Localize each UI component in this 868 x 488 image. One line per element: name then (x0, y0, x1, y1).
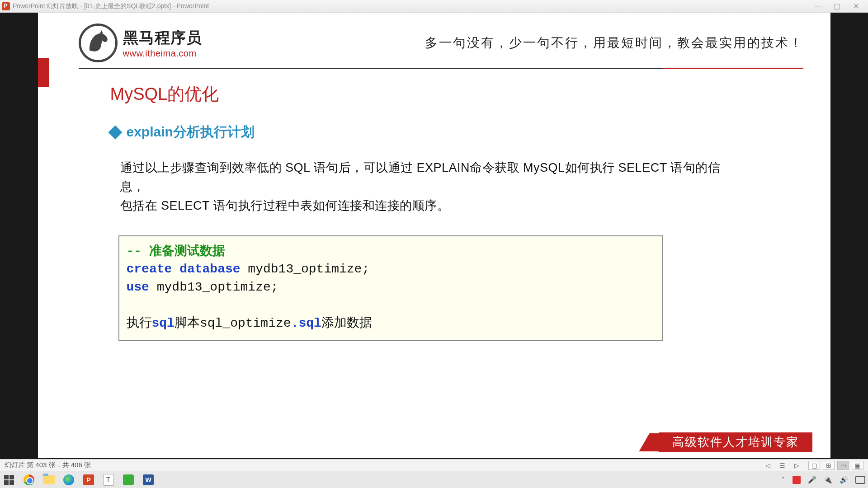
chrome-icon (24, 474, 34, 485)
code-kw-use: use (127, 280, 149, 294)
code-dbname: mydb13_optimize; (241, 262, 370, 276)
taskbar-explorer[interactable] (42, 474, 55, 486)
powerpoint-status-bar: 幻灯片 第 403 张，共 406 张 ◁ ☰ ▷ ▢ ⊞ ▭ ▣ (0, 459, 868, 471)
slide-canvas[interactable]: 黑马程序员 www.itheima.com 多一句没有，少一句不行，用最短时间，… (38, 13, 830, 458)
code-kw-create: create (127, 262, 172, 276)
slide-title: MySQL的优化 (110, 83, 830, 106)
code-exec-suffix: 添加数据 (321, 316, 372, 330)
window-title: PowerPoint 幻灯片放映 - [01-史上最全的SQL教程2.pptx]… (13, 2, 209, 10)
sorter-view-button[interactable]: ⊞ (823, 461, 835, 470)
reading-view-button[interactable]: ▭ (837, 461, 849, 470)
power-icon[interactable] (824, 476, 832, 484)
taskbar-word[interactable]: W (142, 474, 155, 486)
footer-banner: 高级软件人才培训专家 (644, 432, 812, 452)
menu-button[interactable]: ☰ (779, 462, 785, 469)
header-divider (79, 68, 803, 69)
presentation-stage: 黑马程序员 www.itheima.com 多一句没有，少一句不行，用最短时间，… (0, 13, 868, 459)
slide-header: 黑马程序员 www.itheima.com 多一句没有，少一句不行，用最短时间，… (52, 13, 830, 66)
prev-slide-button[interactable]: ◁ (765, 462, 770, 469)
code-comment-dashes: -- (127, 244, 149, 258)
next-slide-button[interactable]: ▷ (794, 462, 799, 469)
taskbar-browser[interactable] (62, 474, 75, 486)
slide-counter: 幻灯片 第 403 张，共 406 张 (5, 461, 91, 469)
taskbar-powerpoint[interactable]: P (82, 474, 95, 486)
logo-text: 黑马程序员 www.itheima.com (123, 28, 202, 59)
logo-icon (79, 23, 118, 62)
tray-chevron-icon[interactable]: ˄ (782, 476, 785, 484)
start-button[interactable] (3, 474, 15, 486)
taskbar-text-editor[interactable] (102, 474, 115, 486)
navicat-icon (123, 474, 134, 485)
code-exec-file-a: sql_optimize (200, 316, 291, 330)
code-block: -- 准备测试数据 create database mydb13_optimiz… (118, 235, 663, 342)
powerpoint-icon: P (83, 474, 94, 485)
code-kw-database: database (179, 262, 240, 276)
horse-icon (85, 29, 112, 56)
text-icon (104, 474, 113, 486)
diamond-bullet-icon (108, 125, 122, 139)
notifications-icon[interactable] (855, 476, 865, 484)
minimize-button[interactable]: — (814, 2, 821, 10)
taskbar-navicat[interactable] (122, 474, 135, 486)
system-tray: ˄ (782, 476, 865, 484)
code-exec-sql1: sql (152, 316, 175, 330)
folder-icon (43, 475, 55, 484)
code-exec-dot: . (291, 316, 299, 330)
maximize-button[interactable]: ▢ (834, 2, 840, 10)
slide-content: 黑马程序员 www.itheima.com 多一句没有，少一句不行，用最短时间，… (52, 13, 830, 458)
taskbar-chrome[interactable] (23, 474, 35, 486)
body-line-1: 通过以上步骤查询到效率低的 SQL 语句后，可以通过 EXPLAIN命令获取 M… (120, 161, 721, 193)
close-button[interactable]: ✕ (853, 2, 859, 10)
logo-title: 黑马程序员 (123, 28, 202, 48)
slideshow-view-button[interactable]: ▣ (852, 461, 863, 470)
slide-subtitle: explain分析执行计划 (127, 123, 255, 141)
code-exec-prefix: 执行 (127, 316, 152, 330)
windows-icon (4, 475, 14, 485)
code-exec-mid1: 脚本 (175, 316, 200, 330)
powerpoint-app-icon (2, 2, 10, 10)
normal-view-button[interactable]: ▢ (808, 461, 820, 470)
code-comment-text: 准备测试数据 (149, 244, 225, 258)
windows-taskbar: P W ˄ (0, 471, 868, 488)
body-line-2: 包括在 SELECT 语句执行过程中表如何连接和连接的顺序。 (120, 199, 450, 212)
accent-bar (38, 58, 49, 87)
logo-url: www.itheima.com (123, 48, 202, 59)
edge-icon (63, 474, 74, 485)
slogan-text: 多一句没有，少一句不行，用最短时间，教会最实用的技术！ (425, 34, 803, 52)
banner-text: 高级软件人才培训专家 (659, 432, 812, 452)
view-buttons: ▢ ⊞ ▭ ▣ (808, 461, 863, 470)
volume-icon[interactable] (840, 476, 848, 484)
code-exec-file-b: sql (298, 316, 321, 330)
body-paragraph: 通过以上步骤查询到效率低的 SQL 语句后，可以通过 EXPLAIN命令获取 M… (120, 159, 740, 216)
window-titlebar: PowerPoint 幻灯片放映 - [01-史上最全的SQL教程2.pptx]… (0, 0, 868, 13)
code-use-tail: mydb13_optimize; (149, 280, 278, 294)
subtitle-row: explain分析执行计划 (110, 123, 830, 141)
word-icon: W (143, 474, 154, 485)
tray-app-icon[interactable] (793, 476, 801, 484)
window-controls: — ▢ ✕ (814, 2, 866, 10)
microphone-icon[interactable] (808, 476, 816, 484)
